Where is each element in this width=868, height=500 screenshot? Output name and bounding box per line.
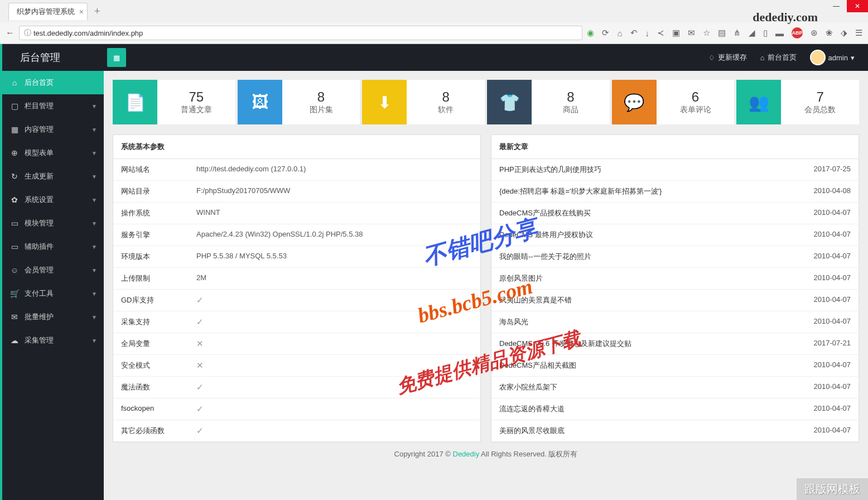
sidebar-item-8[interactable]: ☺会员管理▼	[2, 258, 104, 282]
stat-card-1[interactable]: 🖼8图片集	[238, 80, 360, 124]
sidebar-item-10[interactable]: ✉批量维护▼	[2, 305, 104, 329]
ext2-icon[interactable]: ❀	[826, 28, 833, 38]
sidebar-icon: ▭	[10, 219, 19, 228]
address-bar: ← ⓘ test.dededly.com/admin/index.php ◉ ⟳…	[0, 22, 868, 44]
home-icon[interactable]: ⌂	[617, 28, 622, 38]
chevron-down-icon: ▼	[91, 174, 97, 180]
reload-icon[interactable]: ⟳	[602, 28, 609, 38]
article-title-link[interactable]: 我的眼睛--一些关于花的照片	[499, 252, 814, 262]
article-title-link[interactable]: DedeCMS V5.6 开发日志及新建议提交贴	[499, 339, 814, 349]
sidebar-item-2[interactable]: ▦内容管理▼	[2, 118, 104, 141]
sidebar-item-7[interactable]: ▭辅助插件▼	[2, 235, 104, 258]
sidebar-item-9[interactable]: 🛒支付工具▼	[2, 282, 104, 305]
stat-card-3[interactable]: 👕8商品	[487, 80, 610, 124]
url-input[interactable]: ⓘ test.dededly.com/admin/index.php	[19, 26, 582, 40]
stat-icon: 👕	[487, 80, 532, 124]
sidebar-item-label: 生成更新	[25, 171, 54, 181]
article-date: 2010-04-07	[814, 208, 851, 218]
sidebar-toggle-button[interactable]: ▦	[107, 48, 126, 67]
main-content: 不错吧分享 bbs.bcb5.com 免费提供精品资源下载 📄75普通文章🖼8图…	[104, 71, 868, 500]
bookmark-icon[interactable]: ☆	[703, 28, 710, 38]
stat-card-2[interactable]: ⬇8软件	[362, 80, 485, 124]
ext1-icon[interactable]: ⊛	[811, 28, 818, 38]
article-row: DedeCMS 最终用户授权协议2010-04-07	[491, 224, 859, 246]
stat-card-4[interactable]: 💬6表单评论	[612, 80, 735, 124]
param-value: ✓	[196, 295, 472, 305]
sidebar-item-1[interactable]: ▢栏目管理▼	[2, 94, 104, 118]
stat-label: 软件	[407, 105, 485, 115]
video-icon[interactable]: ▣	[672, 28, 680, 38]
mail-icon[interactable]: ✉	[688, 28, 695, 38]
article-date: 2017-07-21	[814, 339, 851, 349]
stat-card-0[interactable]: 📄75普通文章	[113, 80, 235, 124]
param-row: 服务引擎Apache/2.4.23 (Win32) OpenSSL/1.0.2j…	[113, 224, 480, 246]
sidebar-item-label: 辅助插件	[25, 242, 54, 252]
app-container: 后台管理 ▦ ♢ 更新缓存 ⌂ 前台首页 admin ▾ ⌂后台首页▢栏目管理▼…	[0, 44, 868, 500]
param-label: 采集支持	[121, 317, 196, 327]
shield-icon[interactable]: ◉	[587, 28, 594, 38]
article-date: 2010-04-07	[814, 295, 851, 305]
refresh-cache-link[interactable]: ♢ 更新缓存	[708, 52, 747, 62]
browser-chrome: 织梦内容管理系统 × + dedediy.com — ✕ ← ⓘ test.de…	[0, 0, 868, 44]
article-title-link[interactable]: 农家小院丝瓜架下	[499, 382, 814, 392]
article-title-link[interactable]: 武夷山的美景真是不错	[499, 295, 814, 305]
article-title-link[interactable]: {dede:招聘启事 标题='织梦大家庭新年招募第一波'}	[499, 186, 814, 196]
menu-icon[interactable]: ☰	[855, 28, 862, 38]
minimize-button[interactable]: —	[826, 0, 847, 12]
param-label: 操作系统	[121, 208, 196, 218]
article-row: {dede:招聘启事 标题='织梦大家庭新年招募第一波'}2010-04-08	[491, 181, 859, 203]
stat-label: 图片集	[282, 105, 360, 115]
close-icon[interactable]: ×	[79, 7, 84, 16]
article-title-link[interactable]: DedeCMS 最终用户授权协议	[499, 230, 814, 240]
panel-icon[interactable]: ▯	[763, 28, 768, 38]
article-title-link[interactable]: DedeCMS产品授权在线购买	[499, 208, 814, 218]
param-value: WINNT	[196, 208, 472, 218]
back-icon[interactable]: ←	[6, 28, 15, 38]
article-row: 海岛风光2010-04-07	[491, 311, 859, 333]
panel-title: 最新文章	[491, 135, 859, 159]
sidebar-item-4[interactable]: ↻生成更新▼	[2, 165, 104, 188]
param-value: ✓	[196, 404, 472, 414]
article-title-link[interactable]: 流连忘返的香樟大道	[499, 404, 814, 414]
stat-number: 8	[532, 89, 610, 105]
stat-card-5[interactable]: 👥7会员总数	[736, 80, 859, 124]
list-icon[interactable]: ▤	[718, 28, 726, 38]
param-label: 上传限制	[121, 273, 196, 283]
frontend-link[interactable]: ⌂ 前台首页	[760, 52, 797, 62]
article-date: 2010-04-07	[814, 382, 851, 392]
article-title-link[interactable]: 原创风景图片	[499, 273, 814, 283]
param-label: 网站目录	[121, 186, 196, 196]
folder-icon[interactable]: ▬	[775, 28, 784, 38]
sidebar-item-11[interactable]: ☁采集管理▼	[2, 329, 104, 352]
user-menu[interactable]: admin ▾	[810, 50, 855, 65]
username-label: admin	[828, 54, 848, 62]
sidebar-item-5[interactable]: ✿系统设置▼	[2, 188, 104, 211]
browser-tab[interactable]: 织梦内容管理系统 ×	[8, 3, 88, 20]
article-title-link[interactable]: DedeCMS产品相关截图	[499, 360, 814, 371]
undo-icon[interactable]: ↶	[630, 28, 638, 38]
refresh-cache-label: 更新缓存	[718, 52, 747, 62]
sidebar-item-label: 支付工具	[25, 289, 54, 299]
param-row: 网站域名http://test.dedediy.com (127.0.0.1)	[113, 159, 480, 181]
chevron-down-icon: ▼	[91, 127, 97, 133]
download-icon[interactable]: ↓	[645, 28, 650, 38]
param-value: ✕	[196, 339, 472, 349]
article-title-link[interactable]: 海岛风光	[499, 317, 814, 327]
article-title-link[interactable]: PHP正则表达式的几则使用技巧	[499, 165, 814, 175]
sidebar-item-0[interactable]: ⌂后台首页	[2, 71, 104, 94]
send-icon[interactable]: ◢	[749, 28, 755, 38]
window-close-button[interactable]: ✕	[847, 0, 868, 12]
abp-icon[interactable]: ABP	[792, 27, 803, 39]
corner-watermark: 跟版网模板	[797, 478, 868, 500]
sidebar-item-6[interactable]: ▭模块管理▼	[2, 211, 104, 235]
sidebar-icon: ▦	[10, 125, 19, 134]
ext3-icon[interactable]: ⬗	[841, 28, 847, 38]
new-tab-button[interactable]: +	[88, 6, 107, 17]
article-title-link[interactable]: 美丽的风景尽收眼底	[499, 426, 814, 436]
sidebar-item-3[interactable]: ⊕模型表单▼	[2, 141, 104, 165]
footer-link[interactable]: Dedediy	[453, 450, 480, 458]
browser-toolbar: ◉ ⟳ ⌂ ↶ ↓ ≺ ▣ ✉ ☆ ▤ ⋔ ◢ ▯ ▬ ABP ⊛ ❀ ⬗ ☰	[587, 27, 862, 39]
star-icon[interactable]: ≺	[657, 28, 664, 38]
rss-icon[interactable]: ⋔	[734, 28, 741, 38]
sidebar-icon: ⊕	[10, 148, 19, 157]
